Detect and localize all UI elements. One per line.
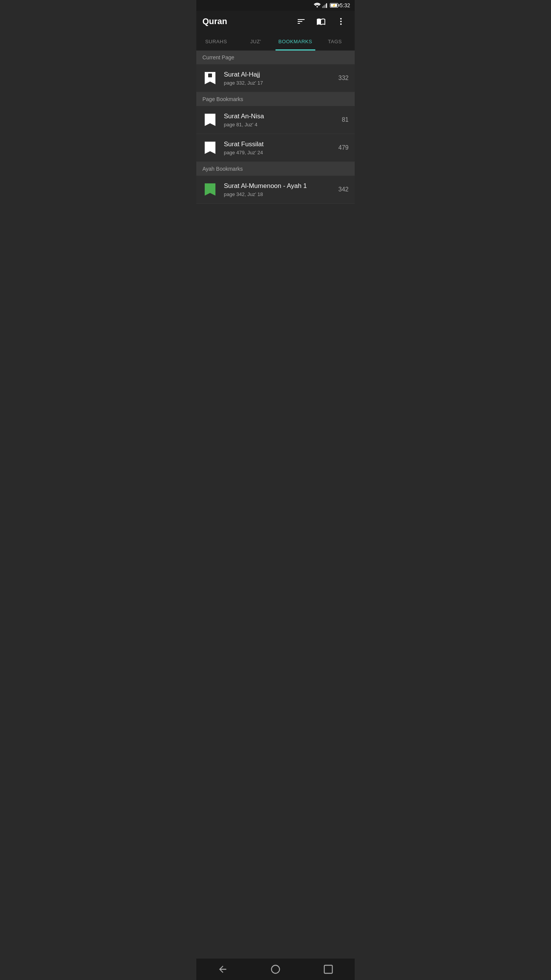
section-header-current-page: Current Page xyxy=(196,51,355,64)
status-bar: ⚡ 5:32 xyxy=(196,0,355,11)
svg-point-7 xyxy=(272,965,280,973)
bookmark-icon-wrap xyxy=(202,112,218,127)
back-icon xyxy=(217,964,228,975)
signal-icon xyxy=(322,3,328,8)
tab-juz[interactable]: JUZ' xyxy=(236,32,276,51)
bookmark-icon-wrap xyxy=(202,140,218,155)
item-subtitle: page 332, Juz' 17 xyxy=(224,80,335,86)
section-header-ayah-bookmarks: Ayah Bookmarks xyxy=(196,162,355,176)
battery-icon: ⚡ xyxy=(330,3,338,8)
item-text: Surat Al-Mumenoon - Ayah 1 page 342, Juz… xyxy=(224,182,335,197)
bookmark-icon-wrap xyxy=(202,182,218,197)
svg-rect-8 xyxy=(324,965,333,973)
list-item[interactable]: Surat Al-Hajj page 332, Juz' 17 332 xyxy=(196,64,355,92)
tab-juz-label: JUZ' xyxy=(250,39,261,44)
svg-point-4 xyxy=(340,18,342,20)
svg-rect-0 xyxy=(322,7,323,8)
filter-icon xyxy=(297,17,306,26)
bookmark-white-icon xyxy=(205,114,215,126)
more-options-button[interactable] xyxy=(333,14,349,29)
book-icon xyxy=(316,17,326,26)
item-subtitle: page 81, Juz' 4 xyxy=(224,122,335,127)
svg-rect-3 xyxy=(326,3,327,8)
item-subtitle: page 479, Juz' 24 xyxy=(224,150,335,155)
section-title-ayah-bookmarks: Ayah Bookmarks xyxy=(202,166,243,172)
bookmark-icon-wrap xyxy=(202,70,218,86)
item-subtitle: page 342, Juz' 18 xyxy=(224,191,335,197)
bottom-nav xyxy=(196,959,355,980)
tabs-bar: SURAHS JUZ' BOOKMARKS TAGS xyxy=(196,32,355,51)
svg-point-6 xyxy=(340,23,342,25)
item-text: Surat Al-Hajj page 332, Juz' 17 xyxy=(224,71,335,86)
list-item[interactable]: Surat An-Nisa page 81, Juz' 4 81 xyxy=(196,106,355,134)
bookmark-green-icon xyxy=(205,183,215,196)
item-text: Surat An-Nisa page 81, Juz' 4 xyxy=(224,113,335,127)
section-header-page-bookmarks: Page Bookmarks xyxy=(196,92,355,106)
item-title: Surat Al-Hajj xyxy=(224,71,335,78)
tab-surahs-label: SURAHS xyxy=(205,39,227,44)
bookmark-white-icon xyxy=(205,142,215,154)
tab-bookmarks-label: BOOKMARKS xyxy=(279,39,312,44)
tab-surahs[interactable]: SURAHS xyxy=(196,32,236,51)
item-title: Surat An-Nisa xyxy=(224,113,335,120)
bookmark-filled-icon xyxy=(205,72,215,84)
app-title: Quran xyxy=(202,16,289,26)
item-number: 342 xyxy=(335,186,349,193)
more-options-icon xyxy=(336,17,346,26)
list-item[interactable]: Surat Fussilat page 479, Juz' 24 479 xyxy=(196,134,355,162)
wifi-icon xyxy=(314,3,321,8)
tab-tags-label: TAGS xyxy=(328,39,342,44)
list-item[interactable]: Surat Al-Mumenoon - Ayah 1 page 342, Juz… xyxy=(196,176,355,204)
recents-button[interactable] xyxy=(313,959,344,980)
item-number: 479 xyxy=(335,144,349,151)
item-title: Surat Al-Mumenoon - Ayah 1 xyxy=(224,182,335,190)
svg-point-5 xyxy=(340,21,342,22)
recents-icon xyxy=(323,964,334,975)
book-button[interactable] xyxy=(313,14,329,29)
status-time: 5:32 xyxy=(340,2,350,8)
item-number: 332 xyxy=(335,75,349,82)
filter-button[interactable] xyxy=(293,14,309,29)
item-title: Surat Fussilat xyxy=(224,140,335,148)
back-button[interactable] xyxy=(207,959,238,980)
section-title-current-page: Current Page xyxy=(202,54,234,60)
svg-rect-1 xyxy=(323,5,324,8)
home-icon xyxy=(270,964,281,975)
item-text: Surat Fussilat page 479, Juz' 24 xyxy=(224,140,335,155)
tab-tags[interactable]: TAGS xyxy=(315,32,355,51)
app-bar: Quran xyxy=(196,11,355,32)
item-number: 81 xyxy=(335,116,349,123)
status-icons: ⚡ 5:32 xyxy=(314,2,350,8)
main-content: Current Page Surat Al-Hajj page 332, Juz… xyxy=(196,51,355,225)
home-button[interactable] xyxy=(260,959,291,980)
svg-rect-2 xyxy=(324,4,326,8)
section-title-page-bookmarks: Page Bookmarks xyxy=(202,96,243,102)
tab-bookmarks[interactable]: BOOKMARKS xyxy=(276,32,315,51)
